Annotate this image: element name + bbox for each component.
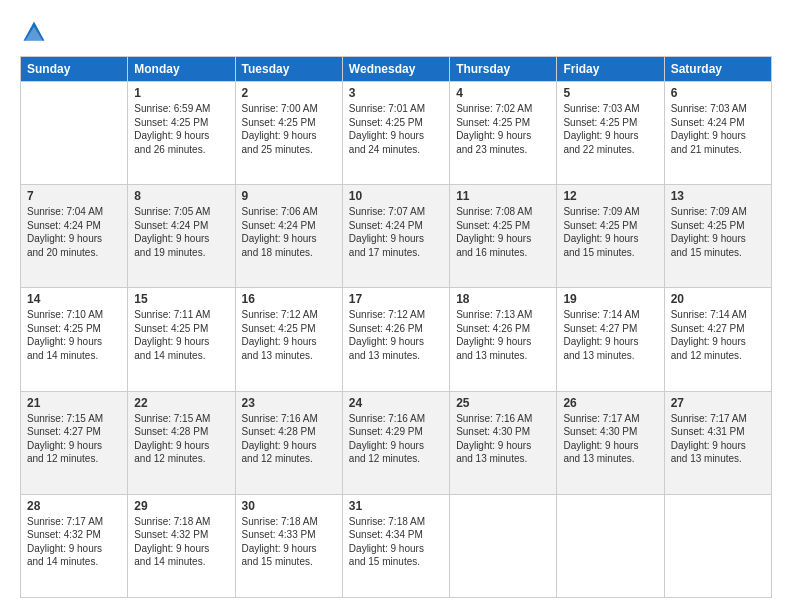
page: SundayMondayTuesdayWednesdayThursdayFrid… — [0, 0, 792, 612]
calendar-cell: 16Sunrise: 7:12 AM Sunset: 4:25 PM Dayli… — [235, 288, 342, 391]
weekday-header-tuesday: Tuesday — [235, 57, 342, 82]
weekday-header-saturday: Saturday — [664, 57, 771, 82]
cell-info: Sunrise: 7:07 AM Sunset: 4:24 PM Dayligh… — [349, 205, 443, 259]
cell-info: Sunrise: 7:17 AM Sunset: 4:31 PM Dayligh… — [671, 412, 765, 466]
week-row-1: 7Sunrise: 7:04 AM Sunset: 4:24 PM Daylig… — [21, 185, 772, 288]
weekday-header-row: SundayMondayTuesdayWednesdayThursdayFrid… — [21, 57, 772, 82]
day-number: 5 — [563, 86, 657, 100]
weekday-header-sunday: Sunday — [21, 57, 128, 82]
calendar-cell: 31Sunrise: 7:18 AM Sunset: 4:34 PM Dayli… — [342, 494, 449, 597]
cell-info: Sunrise: 7:09 AM Sunset: 4:25 PM Dayligh… — [671, 205, 765, 259]
day-number: 15 — [134, 292, 228, 306]
day-number: 30 — [242, 499, 336, 513]
calendar-cell — [557, 494, 664, 597]
day-number: 3 — [349, 86, 443, 100]
day-number: 16 — [242, 292, 336, 306]
cell-info: Sunrise: 7:12 AM Sunset: 4:26 PM Dayligh… — [349, 308, 443, 362]
day-number: 9 — [242, 189, 336, 203]
cell-info: Sunrise: 7:05 AM Sunset: 4:24 PM Dayligh… — [134, 205, 228, 259]
cell-info: Sunrise: 7:15 AM Sunset: 4:28 PM Dayligh… — [134, 412, 228, 466]
cell-info: Sunrise: 7:16 AM Sunset: 4:30 PM Dayligh… — [456, 412, 550, 466]
cell-info: Sunrise: 7:18 AM Sunset: 4:32 PM Dayligh… — [134, 515, 228, 569]
calendar-cell: 14Sunrise: 7:10 AM Sunset: 4:25 PM Dayli… — [21, 288, 128, 391]
logo-icon — [20, 18, 48, 46]
day-number: 20 — [671, 292, 765, 306]
day-number: 6 — [671, 86, 765, 100]
cell-info: Sunrise: 7:06 AM Sunset: 4:24 PM Dayligh… — [242, 205, 336, 259]
calendar-cell: 17Sunrise: 7:12 AM Sunset: 4:26 PM Dayli… — [342, 288, 449, 391]
day-number: 2 — [242, 86, 336, 100]
day-number: 13 — [671, 189, 765, 203]
logo — [20, 18, 52, 46]
calendar-cell: 4Sunrise: 7:02 AM Sunset: 4:25 PM Daylig… — [450, 82, 557, 185]
day-number: 27 — [671, 396, 765, 410]
week-row-4: 28Sunrise: 7:17 AM Sunset: 4:32 PM Dayli… — [21, 494, 772, 597]
day-number: 25 — [456, 396, 550, 410]
calendar-cell: 2Sunrise: 7:00 AM Sunset: 4:25 PM Daylig… — [235, 82, 342, 185]
calendar-cell: 5Sunrise: 7:03 AM Sunset: 4:25 PM Daylig… — [557, 82, 664, 185]
cell-info: Sunrise: 7:10 AM Sunset: 4:25 PM Dayligh… — [27, 308, 121, 362]
cell-info: Sunrise: 7:12 AM Sunset: 4:25 PM Dayligh… — [242, 308, 336, 362]
day-number: 19 — [563, 292, 657, 306]
calendar-table: SundayMondayTuesdayWednesdayThursdayFrid… — [20, 56, 772, 598]
day-number: 7 — [27, 189, 121, 203]
cell-info: Sunrise: 7:08 AM Sunset: 4:25 PM Dayligh… — [456, 205, 550, 259]
day-number: 28 — [27, 499, 121, 513]
cell-info: Sunrise: 7:01 AM Sunset: 4:25 PM Dayligh… — [349, 102, 443, 156]
calendar-cell: 20Sunrise: 7:14 AM Sunset: 4:27 PM Dayli… — [664, 288, 771, 391]
day-number: 22 — [134, 396, 228, 410]
calendar-cell: 30Sunrise: 7:18 AM Sunset: 4:33 PM Dayli… — [235, 494, 342, 597]
cell-info: Sunrise: 7:17 AM Sunset: 4:30 PM Dayligh… — [563, 412, 657, 466]
day-number: 31 — [349, 499, 443, 513]
calendar-cell: 12Sunrise: 7:09 AM Sunset: 4:25 PM Dayli… — [557, 185, 664, 288]
calendar-cell: 29Sunrise: 7:18 AM Sunset: 4:32 PM Dayli… — [128, 494, 235, 597]
calendar-cell: 13Sunrise: 7:09 AM Sunset: 4:25 PM Dayli… — [664, 185, 771, 288]
cell-info: Sunrise: 7:09 AM Sunset: 4:25 PM Dayligh… — [563, 205, 657, 259]
day-number: 4 — [456, 86, 550, 100]
cell-info: Sunrise: 7:11 AM Sunset: 4:25 PM Dayligh… — [134, 308, 228, 362]
day-number: 17 — [349, 292, 443, 306]
calendar-cell: 24Sunrise: 7:16 AM Sunset: 4:29 PM Dayli… — [342, 391, 449, 494]
cell-info: Sunrise: 6:59 AM Sunset: 4:25 PM Dayligh… — [134, 102, 228, 156]
day-number: 14 — [27, 292, 121, 306]
cell-info: Sunrise: 7:13 AM Sunset: 4:26 PM Dayligh… — [456, 308, 550, 362]
calendar-cell: 3Sunrise: 7:01 AM Sunset: 4:25 PM Daylig… — [342, 82, 449, 185]
calendar-cell: 8Sunrise: 7:05 AM Sunset: 4:24 PM Daylig… — [128, 185, 235, 288]
calendar-cell: 22Sunrise: 7:15 AM Sunset: 4:28 PM Dayli… — [128, 391, 235, 494]
week-row-0: 1Sunrise: 6:59 AM Sunset: 4:25 PM Daylig… — [21, 82, 772, 185]
calendar-cell: 6Sunrise: 7:03 AM Sunset: 4:24 PM Daylig… — [664, 82, 771, 185]
calendar-cell: 1Sunrise: 6:59 AM Sunset: 4:25 PM Daylig… — [128, 82, 235, 185]
calendar-cell — [450, 494, 557, 597]
day-number: 29 — [134, 499, 228, 513]
calendar-cell: 28Sunrise: 7:17 AM Sunset: 4:32 PM Dayli… — [21, 494, 128, 597]
calendar-cell: 9Sunrise: 7:06 AM Sunset: 4:24 PM Daylig… — [235, 185, 342, 288]
weekday-header-wednesday: Wednesday — [342, 57, 449, 82]
weekday-header-thursday: Thursday — [450, 57, 557, 82]
day-number: 11 — [456, 189, 550, 203]
week-row-2: 14Sunrise: 7:10 AM Sunset: 4:25 PM Dayli… — [21, 288, 772, 391]
cell-info: Sunrise: 7:03 AM Sunset: 4:25 PM Dayligh… — [563, 102, 657, 156]
calendar-cell: 25Sunrise: 7:16 AM Sunset: 4:30 PM Dayli… — [450, 391, 557, 494]
cell-info: Sunrise: 7:18 AM Sunset: 4:34 PM Dayligh… — [349, 515, 443, 569]
calendar-cell: 21Sunrise: 7:15 AM Sunset: 4:27 PM Dayli… — [21, 391, 128, 494]
calendar-cell: 23Sunrise: 7:16 AM Sunset: 4:28 PM Dayli… — [235, 391, 342, 494]
cell-info: Sunrise: 7:04 AM Sunset: 4:24 PM Dayligh… — [27, 205, 121, 259]
calendar-cell: 26Sunrise: 7:17 AM Sunset: 4:30 PM Dayli… — [557, 391, 664, 494]
calendar-cell — [664, 494, 771, 597]
day-number: 24 — [349, 396, 443, 410]
cell-info: Sunrise: 7:15 AM Sunset: 4:27 PM Dayligh… — [27, 412, 121, 466]
header — [20, 18, 772, 46]
day-number: 1 — [134, 86, 228, 100]
cell-info: Sunrise: 7:16 AM Sunset: 4:29 PM Dayligh… — [349, 412, 443, 466]
cell-info: Sunrise: 7:18 AM Sunset: 4:33 PM Dayligh… — [242, 515, 336, 569]
calendar-cell: 11Sunrise: 7:08 AM Sunset: 4:25 PM Dayli… — [450, 185, 557, 288]
calendar-cell: 7Sunrise: 7:04 AM Sunset: 4:24 PM Daylig… — [21, 185, 128, 288]
calendar-cell: 15Sunrise: 7:11 AM Sunset: 4:25 PM Dayli… — [128, 288, 235, 391]
cell-info: Sunrise: 7:00 AM Sunset: 4:25 PM Dayligh… — [242, 102, 336, 156]
day-number: 21 — [27, 396, 121, 410]
day-number: 18 — [456, 292, 550, 306]
weekday-header-monday: Monday — [128, 57, 235, 82]
cell-info: Sunrise: 7:02 AM Sunset: 4:25 PM Dayligh… — [456, 102, 550, 156]
calendar-cell: 19Sunrise: 7:14 AM Sunset: 4:27 PM Dayli… — [557, 288, 664, 391]
calendar-cell: 27Sunrise: 7:17 AM Sunset: 4:31 PM Dayli… — [664, 391, 771, 494]
